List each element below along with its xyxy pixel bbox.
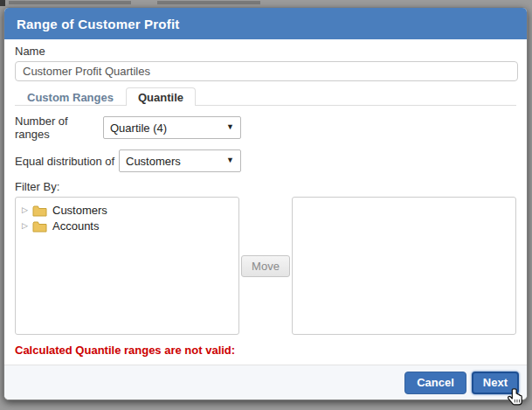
selected-items-listbox[interactable]	[292, 197, 516, 335]
move-column: Move	[239, 197, 292, 335]
range-dialog: Range of Customer Profit Name Custom Ran…	[3, 7, 528, 400]
folder-icon	[32, 205, 47, 216]
validation-error-line1: Calculated Quantile ranges are not valid…	[15, 344, 516, 358]
equal-distribution-select[interactable]: Customers	[119, 149, 241, 172]
available-items-listbox[interactable]: ▷ Customers ▷ Accounts	[15, 197, 239, 335]
backdrop-clipped-text	[0, 0, 5, 6]
expand-arrow-icon[interactable]: ▷	[22, 221, 32, 230]
tree-item-accounts[interactable]: ▷ Accounts	[19, 218, 235, 233]
number-of-ranges-select[interactable]: Quartile (4)	[103, 116, 241, 139]
tree-item-customers[interactable]: ▷ Customers	[19, 202, 235, 218]
tab-bar: Custom Ranges Quantile	[15, 87, 516, 106]
expand-arrow-icon[interactable]: ▷	[22, 205, 32, 214]
tree-item-label: Accounts	[52, 219, 99, 233]
dialog-title: Range of Customer Profit	[17, 17, 179, 31]
equal-distribution-select-wrap: Customers	[119, 149, 241, 172]
dialog-body: Name Custom Ranges Quantile Number of ra…	[4, 39, 527, 390]
dialog-footer: Cancel Next	[4, 365, 527, 400]
number-of-ranges-label: Number of ranges	[15, 115, 103, 141]
backdrop-clipped-text	[157, 1, 260, 4]
name-label: Name	[15, 45, 516, 58]
move-button[interactable]: Move	[241, 255, 290, 277]
number-of-ranges-select-wrap: Quartile (4)	[103, 116, 241, 139]
number-of-ranges-row: Number of ranges Quartile (4)	[15, 115, 516, 141]
backdrop-clipped-text	[9, 1, 131, 4]
next-button[interactable]: Next	[472, 372, 519, 394]
folder-icon	[32, 220, 47, 232]
equal-distribution-label: Equal distribution of	[15, 155, 119, 168]
filter-by-label: Filter By:	[15, 180, 516, 193]
equal-distribution-row: Equal distribution of Customers	[15, 149, 516, 172]
tab-quantile[interactable]: Quantile	[126, 87, 196, 106]
dialog-header: Range of Customer Profit	[4, 8, 527, 39]
tree-item-label: Customers	[52, 204, 107, 217]
filter-dual-list: ▷ Customers ▷ Accounts	[15, 197, 516, 335]
cancel-button[interactable]: Cancel	[404, 372, 466, 394]
tab-custom-ranges[interactable]: Custom Ranges	[15, 87, 126, 106]
backdrop-clipped-text	[9, 1, 283, 5]
name-input[interactable]	[15, 61, 518, 81]
